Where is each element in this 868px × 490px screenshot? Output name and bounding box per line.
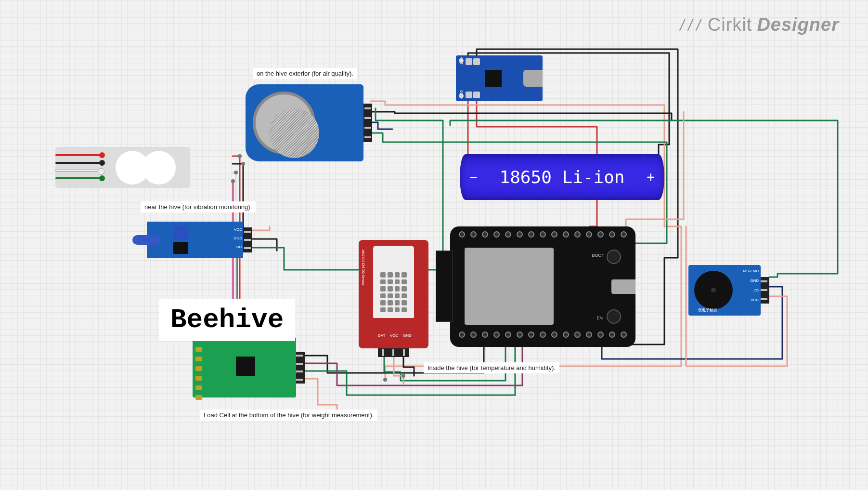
dht22-sensor[interactable]: AM2302 DHT22 Sensor DAT VCC GND	[359, 240, 428, 348]
sw420-header	[243, 227, 252, 252]
mq-header	[363, 104, 372, 142]
mq-gas-sensor[interactable]	[246, 84, 363, 161]
charger-label-outminus: OUT-	[460, 57, 463, 66]
charger-label-outplus: OUT+	[460, 90, 463, 99]
esp32-usb-port	[611, 279, 635, 294]
buzzer-chinese-label: 低电子触发	[698, 307, 717, 313]
battery-label: 18650 Li-ion	[499, 167, 624, 187]
wires-layer	[0, 0, 868, 490]
watermark-brand: Cirkit	[708, 14, 752, 35]
annotation-gas-sensor: on the hive exterior (for air quality).	[253, 68, 357, 79]
esp32-devkit[interactable]: BOOT EN	[450, 226, 635, 347]
hx711-analog-pads	[195, 347, 202, 400]
svg-point-2	[234, 171, 238, 174]
svg-point-1	[241, 162, 245, 166]
buzzer-pin-vcc: VCC	[751, 298, 759, 302]
esp32-antenna	[436, 251, 453, 322]
annotation-dht-sensor: Inside the hive (for temperature and hum…	[424, 362, 559, 373]
esp32-en-button[interactable]	[607, 309, 621, 324]
watermark: /// Cirkit Designer	[678, 14, 839, 35]
buzzer-module[interactable]: MH-FMD GND I/O VCC 低电子触发	[688, 265, 761, 316]
esp32-boot-label: BOOT	[592, 253, 604, 258]
watermark-product: Designer	[757, 14, 839, 35]
charger-usb-port	[523, 70, 543, 87]
hx711-amplifier[interactable]	[193, 337, 296, 397]
annotation-vibration-sensor: near the hive (for vibration monitoring)…	[141, 201, 256, 212]
sw420-pin-gnd: GND	[233, 236, 242, 240]
buzzer-pin-gnd: GND	[750, 278, 759, 283]
annotation-loadcell: Load Cell at the bottom of the hive (for…	[200, 410, 377, 421]
svg-point-5	[402, 374, 405, 378]
dht22-pin-gnd: GND	[403, 333, 412, 338]
sw420-pin-vcc: VCC	[234, 227, 242, 232]
dht22-pin-dat: DAT	[378, 333, 385, 338]
svg-point-4	[383, 378, 387, 382]
dht22-module-label: AM2302 DHT22 Sensor	[362, 250, 365, 285]
sw420-pin-do: DO	[236, 245, 242, 249]
esp32-en-label: EN	[596, 316, 603, 320]
annotation-beehive: Beehive	[159, 299, 295, 341]
buzzer-pin-io: I/O	[753, 288, 759, 292]
watermark-icon: ///	[678, 17, 703, 33]
vibration-sensor-sw420[interactable]: VCC GND DO	[147, 222, 243, 258]
esp32-boot-button[interactable]	[607, 250, 621, 264]
charger-module-tp4056[interactable]: OUT- OUT+	[456, 55, 543, 101]
hx711-header	[296, 352, 305, 384]
esp32-shield	[465, 248, 554, 325]
svg-point-3	[231, 179, 235, 183]
esp32-pins-top	[459, 231, 627, 242]
battery-18650[interactable]: 18650 Li-ion	[460, 154, 664, 200]
buzzer-module-label: MH-FMD	[743, 269, 759, 273]
dht22-header	[378, 348, 409, 357]
esp32-pins-bottom	[459, 331, 627, 342]
load-cell[interactable]	[55, 147, 190, 188]
svg-point-0	[238, 154, 242, 158]
buzzer-disc	[694, 271, 733, 309]
buzzer-header	[761, 277, 769, 304]
dht22-pin-vcc: VCC	[390, 333, 398, 338]
